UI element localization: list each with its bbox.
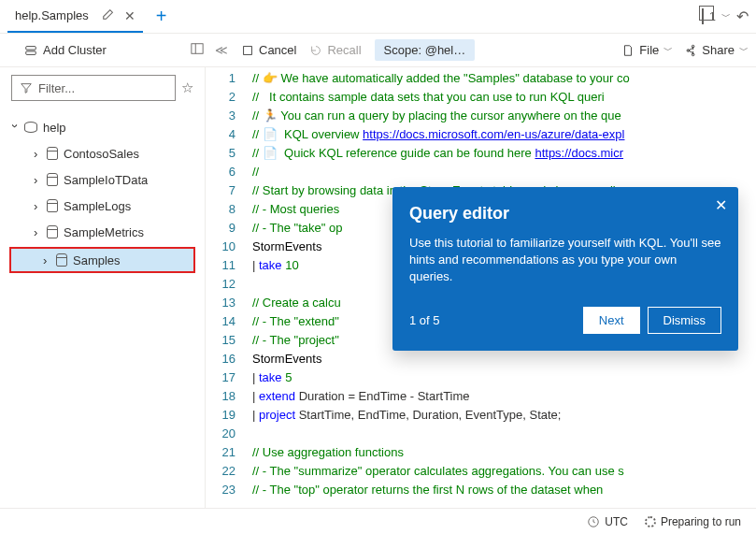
add-cluster-label: Add Cluster — [43, 43, 107, 57]
tree-item-label: Samples — [73, 253, 121, 267]
tab-title: help.Samples — [15, 8, 89, 22]
tree-item-label: SampleMetrics — [64, 225, 144, 239]
svg-rect-4 — [244, 46, 252, 54]
chevron-icon: › — [34, 147, 41, 161]
tutorial-popup: ✕ Query editor Use this tutorial to fami… — [392, 187, 738, 351]
chevron-icon: › — [43, 253, 50, 267]
database-icon — [47, 147, 58, 160]
share-menu[interactable]: Share ﹀ — [684, 43, 749, 57]
tree-item-contososales[interactable]: › ContosoSales — [0, 140, 205, 166]
scope-pill[interactable]: Scope: @hel… — [375, 39, 476, 61]
tree-item-samplemetrics[interactable]: › SampleMetrics — [0, 219, 205, 245]
filter-icon — [20, 81, 33, 94]
tutorial-step: 1 of 5 — [409, 313, 440, 327]
svg-rect-2 — [192, 44, 203, 54]
file-menu[interactable]: File ﹀ — [621, 43, 673, 57]
close-icon[interactable]: ✕ — [715, 196, 727, 214]
add-cluster-button[interactable]: Add Cluster — [24, 43, 107, 57]
share-label: Share — [702, 43, 735, 57]
scope-label: Scope: @hel… — [384, 43, 466, 57]
top-right-controls: 1 ﹀ ↶ — [702, 7, 749, 25]
status-bar: UTC Preparing to run — [0, 508, 756, 534]
undo-icon[interactable]: ↶ — [736, 7, 749, 25]
clock-icon — [587, 515, 600, 528]
database-icon — [47, 199, 58, 212]
svg-rect-0 — [26, 46, 36, 50]
top-bar: help.Samples ✕ + 1 ﹀ ↶ — [0, 0, 756, 34]
panel-icon[interactable] — [191, 42, 204, 58]
sidebar: Filter... ☆ › help › ContosoSales › Samp… — [0, 67, 206, 508]
query-status: Preparing to run — [645, 515, 741, 528]
timezone-label: UTC — [605, 515, 628, 528]
tree-item-label: SampleLogs — [64, 199, 131, 213]
chevron-icon: › — [34, 173, 41, 187]
spinner-icon — [645, 516, 656, 527]
chevron-down-icon: ﹀ — [663, 44, 673, 57]
tree-root-label: help — [43, 121, 66, 135]
recall-label: Recall — [327, 43, 361, 57]
active-tab[interactable]: help.Samples ✕ — [7, 0, 143, 33]
svg-rect-1 — [26, 51, 36, 54]
chevron-down-icon[interactable]: ﹀ — [721, 10, 731, 23]
collapse-icon[interactable]: ≪ — [215, 43, 228, 57]
sub-left: Add Cluster — [7, 42, 204, 58]
cancel-button[interactable]: Cancel — [241, 43, 296, 57]
next-button[interactable]: Next — [583, 307, 640, 334]
timezone-button[interactable]: UTC — [587, 515, 628, 528]
cluster-icon — [24, 44, 37, 57]
tree-item-label: ContosoSales — [64, 147, 139, 161]
file-label: File — [639, 43, 659, 57]
tutorial-title: Query editor — [409, 204, 721, 224]
favorite-icon[interactable]: ☆ — [181, 79, 193, 96]
tree-item-samplelogs[interactable]: › SampleLogs — [0, 193, 205, 219]
tree-root-help[interactable]: › help — [0, 114, 205, 140]
filter-row: Filter... ☆ — [0, 75, 205, 108]
line-gutter: 1234567891011121314151617181920212223 — [206, 67, 245, 508]
tree-item-label: SampleIoTData — [64, 173, 148, 187]
share-icon — [684, 44, 697, 57]
recall-icon — [309, 44, 322, 57]
recall-button[interactable]: Recall — [309, 43, 361, 57]
chevron-icon: › — [34, 199, 41, 213]
filter-input[interactable]: Filter... — [11, 75, 176, 101]
stop-icon — [241, 44, 254, 57]
chevron-down-icon: ﹀ — [739, 44, 749, 57]
tree-item-samples[interactable]: › Samples — [9, 247, 195, 273]
tree: › help › ContosoSales › SampleIoTData › … — [0, 108, 205, 275]
file-icon — [621, 44, 635, 57]
filter-placeholder: Filter... — [38, 81, 75, 95]
database-icon — [47, 225, 58, 238]
tutorial-body: Use this tutorial to familiarize yoursel… — [409, 235, 721, 286]
edit-tab-icon[interactable] — [102, 7, 115, 23]
dismiss-button[interactable]: Dismiss — [648, 307, 722, 334]
chevron-icon: › — [8, 123, 22, 131]
new-tab-button[interactable]: + — [156, 6, 167, 27]
sub-bar: Add Cluster ≪ Cancel Recall Scope: @hel…… — [0, 34, 756, 67]
cancel-label: Cancel — [259, 43, 296, 57]
chevron-icon: › — [34, 225, 41, 239]
copy-icon[interactable] — [702, 9, 704, 23]
tree-item-sampleiotdata[interactable]: › SampleIoTData — [0, 166, 205, 193]
database-icon — [56, 253, 67, 267]
server-icon — [24, 122, 37, 133]
database-icon — [47, 173, 58, 186]
status-label: Preparing to run — [661, 515, 741, 528]
close-tab-icon[interactable]: ✕ — [124, 8, 136, 23]
sub-right: ≪ Cancel Recall Scope: @hel… File ﹀ Shar… — [215, 39, 749, 61]
